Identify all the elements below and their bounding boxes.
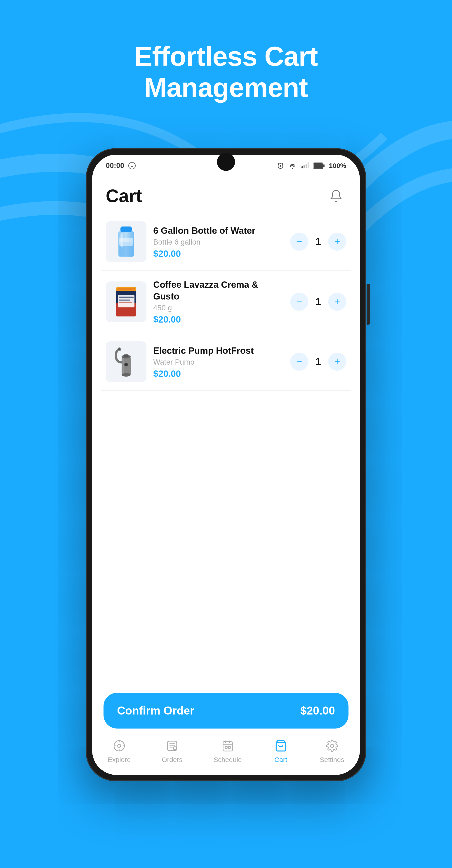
front-camera [217, 155, 235, 171]
nav-label-schedule: Schedule [214, 756, 242, 764]
app-bottom: Confirm Order $20.00 [92, 686, 360, 733]
svg-point-0 [129, 162, 135, 169]
cart-icon [273, 738, 289, 754]
svg-rect-19 [119, 300, 130, 301]
item-price: $20.00 [153, 249, 283, 259]
power-button [366, 284, 370, 324]
schedule-icon [220, 738, 235, 754]
item-info-pump: Electric Pump HotFrost Water Pump $20.00 [153, 345, 283, 379]
battery-icon [313, 162, 325, 169]
item-price: $20.00 [153, 314, 283, 324]
svg-rect-28 [124, 354, 128, 357]
svg-rect-5 [308, 162, 309, 168]
svg-rect-3 [303, 165, 305, 168]
item-desc: Bottle 6 gallon [153, 238, 283, 246]
alarm-icon [277, 162, 285, 170]
svg-rect-14 [119, 238, 133, 246]
item-name: Coffee Lavazza Crema & Gusto [153, 279, 283, 302]
svg-rect-8 [323, 164, 325, 167]
svg-rect-20 [119, 302, 132, 303]
app-header: Cart [92, 174, 360, 213]
item-name: 6 Gallon Bottle of Water [153, 225, 283, 237]
item-name: Electric Pump HotFrost [153, 345, 283, 356]
signal-icon [301, 162, 309, 170]
svg-rect-11 [121, 226, 132, 232]
qty-control-1: − 1 + [290, 232, 346, 251]
svg-rect-2 [301, 166, 303, 168]
app-title: Cart [106, 186, 142, 206]
svg-rect-4 [305, 164, 307, 168]
svg-rect-29 [123, 358, 124, 374]
cart-item: Electric Pump HotFrost Water Pump $20.00… [101, 333, 351, 391]
confirm-order-button[interactable]: Confirm Order $20.00 [103, 693, 349, 728]
decrease-qty-1[interactable]: − [290, 232, 308, 251]
svg-rect-48 [228, 746, 230, 748]
nav-item-orders[interactable]: Orders [162, 738, 183, 764]
cart-list: 6 Gallon Bottle of Water Bottle 6 gallon… [92, 213, 360, 686]
increase-qty-1[interactable]: + [328, 232, 346, 251]
item-desc: Water Pump [153, 358, 283, 366]
increase-qty-3[interactable]: + [328, 352, 346, 371]
increase-qty-2[interactable]: + [328, 293, 346, 311]
hero-title: Effortless Cart Management [134, 41, 318, 103]
explore-icon [111, 738, 127, 754]
nav-item-schedule[interactable]: Schedule [214, 738, 242, 764]
nav-label-orders: Orders [162, 756, 183, 764]
svg-rect-7 [314, 163, 323, 168]
svg-rect-47 [225, 746, 227, 748]
svg-rect-22 [117, 288, 135, 290]
orders-icon [164, 738, 180, 754]
wifi-icon [289, 162, 297, 170]
item-image-pump [106, 341, 147, 382]
svg-point-50 [330, 744, 333, 747]
whatsapp-icon [128, 162, 136, 170]
nav-item-explore[interactable]: Explore [108, 738, 131, 764]
nav-label-explore: Explore [108, 756, 131, 764]
cart-item: 6 Gallon Bottle of Water Bottle 6 gallon… [101, 213, 351, 271]
qty-value-1: 1 [314, 236, 323, 247]
phone-mockup: 00:00 [86, 148, 366, 781]
item-image-water-bottle [106, 221, 147, 262]
nav-item-settings[interactable]: Settings [320, 738, 344, 764]
notification-button[interactable] [326, 186, 346, 206]
item-price: $20.00 [153, 369, 283, 379]
qty-control-3: − 1 + [290, 352, 346, 371]
qty-value-2: 1 [314, 296, 323, 307]
nav-item-cart[interactable]: Cart [273, 738, 289, 764]
item-info-coffee: Coffee Lavazza Crema & Gusto 450 g $20.0… [153, 279, 283, 324]
svg-rect-43 [223, 742, 232, 751]
cart-item: Coffee Lavazza Crema & Gusto 450 g $20.0… [101, 271, 351, 333]
svg-rect-18 [119, 297, 134, 298]
app-content: Cart [92, 174, 360, 775]
qty-value-3: 1 [314, 356, 323, 367]
decrease-qty-3[interactable]: − [290, 352, 308, 371]
nav-label-cart: Cart [275, 756, 287, 764]
item-info-water-bottle: 6 Gallon Bottle of Water Bottle 6 gallon… [153, 225, 283, 259]
status-bar: 00:00 [92, 155, 360, 174]
qty-control-2: − 1 + [290, 293, 346, 311]
nav-label-settings: Settings [320, 756, 344, 764]
svg-point-27 [118, 348, 121, 350]
time-display: 00:00 [106, 161, 124, 170]
bottom-nav: Explore Orders [92, 733, 360, 775]
settings-icon [324, 738, 340, 754]
svg-point-31 [125, 364, 127, 366]
svg-rect-42 [174, 747, 176, 749]
confirm-label: Confirm Order [117, 704, 194, 717]
confirm-price: $20.00 [300, 704, 335, 717]
decrease-qty-2[interactable]: − [290, 293, 308, 311]
item-desc: 450 g [153, 304, 283, 312]
battery-percent: 100% [329, 162, 346, 169]
item-image-coffee [106, 281, 147, 322]
svg-point-33 [118, 744, 121, 747]
